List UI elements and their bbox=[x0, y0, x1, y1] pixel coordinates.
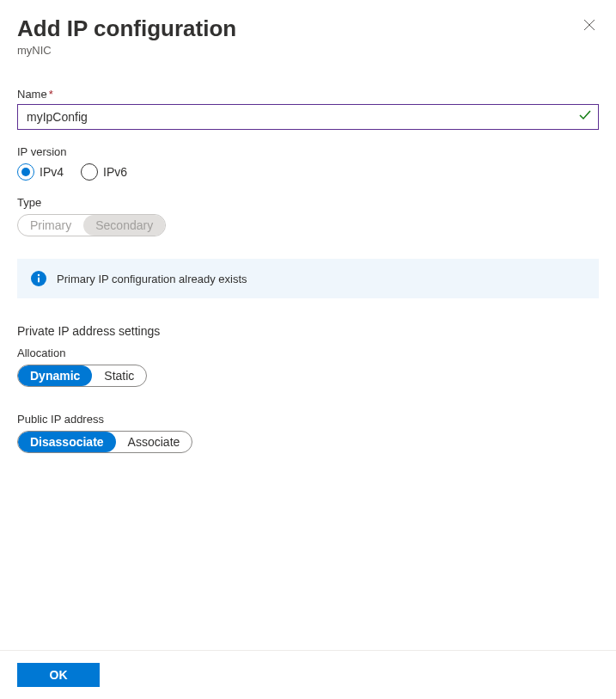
type-primary-option: Primary bbox=[18, 215, 83, 236]
allocation-static-option[interactable]: Static bbox=[92, 365, 146, 386]
public-ip-associate-option[interactable]: Associate bbox=[116, 432, 192, 452]
ipv6-label: IPv6 bbox=[103, 165, 127, 179]
close-button[interactable] bbox=[580, 15, 599, 38]
close-icon bbox=[583, 19, 595, 31]
info-icon bbox=[31, 271, 46, 286]
allocation-dynamic-option[interactable]: Dynamic bbox=[18, 365, 92, 386]
public-ip-disassociate-option[interactable]: Disassociate bbox=[18, 432, 116, 452]
ip-version-label: IP version bbox=[17, 145, 599, 158]
ipv4-label: IPv4 bbox=[40, 165, 64, 179]
public-ip-label: Public IP address bbox=[17, 413, 599, 426]
radio-icon bbox=[17, 163, 34, 181]
svg-point-4 bbox=[38, 274, 40, 276]
private-ip-settings-heading: Private IP address settings bbox=[17, 324, 599, 338]
ip-version-ipv6-radio[interactable]: IPv6 bbox=[81, 163, 127, 181]
info-banner: Primary IP configuration already exists bbox=[17, 259, 599, 298]
name-label: Name* bbox=[17, 88, 599, 101]
required-indicator: * bbox=[49, 88, 53, 101]
panel-title: Add IP configuration bbox=[17, 15, 236, 42]
type-secondary-option: Secondary bbox=[83, 215, 165, 236]
type-label: Type bbox=[17, 196, 599, 209]
name-input[interactable] bbox=[17, 104, 599, 130]
svg-rect-3 bbox=[38, 278, 40, 283]
info-message: Primary IP configuration already exists bbox=[57, 273, 247, 285]
allocation-label: Allocation bbox=[17, 346, 599, 359]
name-label-text: Name bbox=[17, 88, 47, 101]
checkmark-icon bbox=[578, 108, 592, 126]
ok-button[interactable]: OK bbox=[17, 663, 100, 687]
radio-icon bbox=[81, 163, 98, 181]
panel-subtitle: myNIC bbox=[17, 44, 236, 57]
ip-version-ipv4-radio[interactable]: IPv4 bbox=[17, 163, 64, 181]
